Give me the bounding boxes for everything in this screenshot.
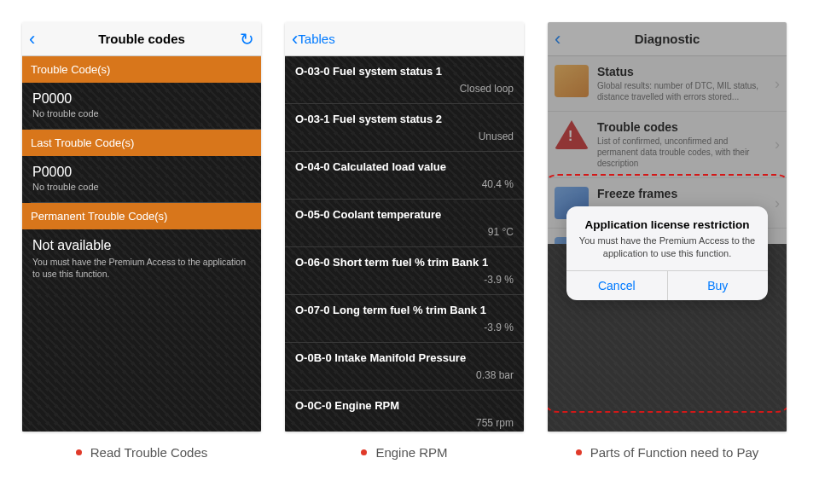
code-value: P0000 xyxy=(32,165,251,180)
na-message: You must have the Premium Access to the … xyxy=(32,256,251,280)
data-row[interactable]: O-07-0 Long term fuel % trim Bank 1-3.9 … xyxy=(285,294,524,342)
caption: Engine RPM xyxy=(285,445,524,460)
section-header: Permanent Trouble Code(s) xyxy=(22,203,261,229)
back-icon[interactable]: ‹ xyxy=(29,30,35,49)
row-label: O-07-0 Long term fuel % trim Bank 1 xyxy=(295,304,514,316)
row-value: -3.9 % xyxy=(295,322,514,339)
row-label: O-03-0 Fuel system status 1 xyxy=(295,65,514,78)
row-value: Unused xyxy=(295,130,514,148)
content[interactable]: O-03-0 Fuel system status 1Closed loopO-… xyxy=(285,56,524,432)
row-value: -3.9 % xyxy=(295,274,514,291)
refresh-icon[interactable]: ↻ xyxy=(240,29,254,49)
code-row[interactable]: P0000 No trouble code xyxy=(22,156,261,202)
row-value: Closed loop xyxy=(295,83,514,100)
buy-button[interactable]: Buy xyxy=(668,271,769,300)
na-title: Not available xyxy=(32,238,251,253)
content: Trouble Code(s) P0000 No trouble code La… xyxy=(22,56,261,432)
row-label: O-06-0 Short term fuel % trim Bank 1 xyxy=(295,256,514,269)
nav-title: Trouble codes xyxy=(22,32,261,46)
row-value: 755 rpm xyxy=(295,417,514,432)
screen-trouble-codes: ‹ Trouble codes ↻ Trouble Code(s) P0000 … xyxy=(22,22,261,432)
bullet-icon xyxy=(361,449,367,455)
alert-message: You must have the Premium Access to the … xyxy=(578,235,756,260)
section-header: Trouble Code(s) xyxy=(22,56,261,83)
caption: Parts of Function need to Pay xyxy=(548,445,787,460)
back-label: Tables xyxy=(298,32,334,46)
row-label: O-05-0 Coolant temperature xyxy=(295,208,514,221)
caption: Read Trouble Codes xyxy=(22,445,261,460)
code-desc: No trouble code xyxy=(32,108,251,119)
back-icon: ‹ xyxy=(292,30,298,49)
nav-bar: ‹ Tables xyxy=(285,22,524,56)
code-row[interactable]: P0000 No trouble code xyxy=(22,83,261,129)
code-desc: No trouble code xyxy=(32,182,251,192)
nav-bar: ‹ Trouble codes ↻ xyxy=(22,22,261,56)
data-row[interactable]: O-03-1 Fuel system status 2Unused xyxy=(285,103,524,151)
alert-title: Application license restriction xyxy=(578,218,756,231)
row-label: O-0B-0 Intake Manifold Pressure xyxy=(295,351,514,364)
not-available-block: Not available You must have the Premium … xyxy=(22,229,261,292)
row-value: 91 °C xyxy=(295,226,514,243)
row-label: O-03-1 Fuel system status 2 xyxy=(295,113,514,125)
row-value: 0.38 bar xyxy=(295,369,514,386)
screen-diagnostic: ‹ Diagnostic StatusGlobal results: numbe… xyxy=(548,22,787,432)
bullet-icon xyxy=(576,449,582,455)
cancel-button[interactable]: Cancel xyxy=(566,271,668,300)
data-row[interactable]: O-05-0 Coolant temperature91 °C xyxy=(285,199,524,246)
row-label: O-04-0 Calculated load value xyxy=(295,160,514,173)
alert-dialog: Application license restriction You must… xyxy=(566,206,768,300)
back-button[interactable]: ‹ Tables xyxy=(292,30,335,49)
data-row[interactable]: O-0B-0 Intake Manifold Pressure0.38 bar xyxy=(285,342,524,390)
row-label: O-0C-0 Engine RPM xyxy=(295,399,514,412)
data-row[interactable]: O-04-0 Calculated load value40.4 % xyxy=(285,151,524,199)
data-row[interactable]: O-0C-0 Engine RPM755 rpm xyxy=(285,390,524,432)
data-row[interactable]: O-03-0 Fuel system status 1Closed loop xyxy=(285,56,524,103)
bullet-icon xyxy=(76,449,82,455)
data-row[interactable]: O-06-0 Short term fuel % trim Bank 1-3.9… xyxy=(285,246,524,294)
screen-tables: ‹ Tables O-03-0 Fuel system status 1Clos… xyxy=(285,22,524,432)
row-value: 40.4 % xyxy=(295,178,514,195)
section-header: Last Trouble Code(s) xyxy=(22,130,261,156)
code-value: P0000 xyxy=(32,91,251,107)
